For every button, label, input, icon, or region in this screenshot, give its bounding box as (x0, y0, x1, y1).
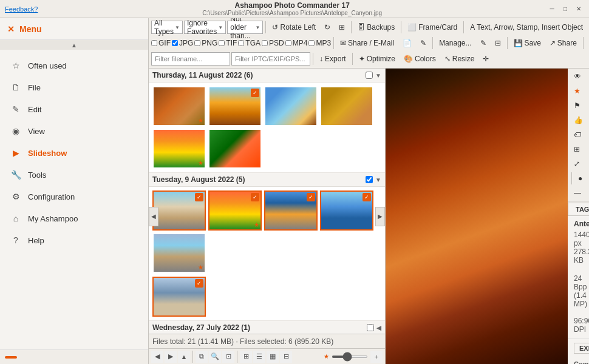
jpg-checkbox[interactable] (172, 40, 178, 46)
tab-tags[interactable]: TAGS (568, 203, 589, 215)
date-collapse-2[interactable]: ▼ (375, 177, 381, 183)
refresh-button[interactable]: ↻ (321, 21, 334, 34)
zoom-slider[interactable] (332, 356, 368, 358)
minimize-button[interactable]: ─ (546, 4, 557, 15)
thumb-star-p1[interactable]: ★ (198, 117, 203, 124)
png-checkbox[interactable] (194, 40, 200, 46)
nav-zoom-fit-button[interactable]: ⊡ (222, 351, 234, 363)
gif-checkbox[interactable] (151, 40, 157, 46)
feedback-link[interactable]: Feedback? (5, 5, 38, 13)
frame-card-button[interactable]: ⬜ Frame/Card (404, 21, 461, 34)
thumbnail-p3[interactable] (264, 86, 318, 126)
rotate-left-button[interactable]: ↺ Rotate Left (268, 21, 319, 34)
thumb-star-p11[interactable]: ★ (198, 264, 203, 271)
tga-checkbox[interactable] (238, 40, 244, 46)
sidebar-item-view[interactable]: ◉ View (0, 120, 148, 142)
psd-checkbox[interactable] (262, 40, 268, 46)
exif-tab[interactable]: EXIF (574, 343, 589, 354)
rt-grid-button[interactable]: ⊞ (570, 143, 584, 156)
rt-dot-button[interactable]: ● (574, 172, 586, 185)
manage-edit-button[interactable]: ✎ (477, 36, 490, 50)
browser-arrow-right[interactable]: ▶ (375, 207, 385, 226)
manage-extra-button[interactable]: ⊟ (491, 36, 505, 50)
nav-up-button[interactable]: ▲ (178, 351, 190, 363)
thumbnail-p10[interactable]: ✓ (320, 190, 373, 231)
nav-view2-button[interactable]: ☰ (253, 351, 265, 363)
export-button[interactable]: ↓ Export (316, 52, 350, 66)
sidebar-item-edit[interactable]: ✎ Edit (0, 98, 148, 120)
age-dropdown[interactable]: Not older than... ▼ (227, 21, 263, 34)
sidebar-item-tools[interactable]: 🔧 Tools (0, 164, 148, 186)
date-header-3[interactable]: Wednesday, 27 July 2022 (1) ◀ (149, 321, 385, 334)
tif-checkbox[interactable] (219, 40, 225, 46)
date-checkbox-3[interactable] (367, 324, 374, 331)
thumbnail-p11[interactable]: ★ (152, 233, 206, 273)
nav-view3-button[interactable]: ▦ (267, 351, 279, 363)
sidebar-item-help[interactable]: ? Help (0, 229, 148, 251)
mp4-checkbox[interactable] (285, 40, 291, 46)
thumbnail-p6[interactable] (208, 129, 262, 169)
thumbnail-p11b[interactable]: ✓ (152, 277, 206, 317)
rt-view-button[interactable]: 👁 (570, 70, 585, 83)
view-improve-button[interactable]: 🔍 View, Improve, Repair Photo (586, 36, 589, 50)
sidebar-item-my-ashampoo[interactable]: ⌂ My Ashampoo (0, 207, 148, 229)
sidebar-item-configuration[interactable]: ⚙ Configuration (0, 186, 148, 207)
nav-view1-button[interactable]: ⊞ (240, 351, 252, 363)
rt-star-button[interactable]: ★ (570, 84, 584, 98)
preview-image-area[interactable] (386, 69, 568, 364)
maximize-button[interactable]: □ (560, 4, 571, 15)
rt-tag-button[interactable]: 🏷 (570, 128, 585, 141)
favorites-dropdown[interactable]: Ignore Favorites ▼ (184, 21, 226, 34)
thumbnail-p4[interactable] (320, 86, 373, 126)
thumbnail-p8[interactable]: ✓ ★ (208, 190, 262, 231)
rt-thumb-button[interactable]: 👍 (570, 113, 587, 127)
rt-expand-button[interactable]: ⤢ (570, 157, 584, 170)
mp3-checkbox[interactable] (308, 40, 315, 46)
rt-minus-button[interactable]: — (570, 186, 585, 200)
thumbnail-p5[interactable]: ★ (152, 129, 206, 169)
share-button[interactable]: ↗ Share (546, 36, 580, 50)
sidebar-scroll-up[interactable]: ▲ (0, 40, 148, 50)
text-arrow-button[interactable]: A Text, Arrow, Stamp, Insert Object (466, 21, 587, 34)
thumbnail-p1[interactable]: ★ (152, 86, 206, 126)
close-button[interactable]: ✕ (573, 4, 584, 15)
date-collapse-1[interactable]: ▼ (375, 72, 381, 79)
nav-prev-button[interactable]: ◀ (151, 351, 163, 363)
rt-flag-button[interactable]: ⚑ (570, 99, 584, 112)
thumb-star-p8[interactable]: ★ (254, 221, 259, 228)
save-button[interactable]: 💾 Save (510, 36, 545, 50)
optimize-button[interactable]: ✦ Optimize (355, 52, 399, 66)
grid-button[interactable]: ⊞ (335, 21, 349, 34)
browser-arrow-left[interactable]: ◀ (149, 207, 158, 226)
backups-button[interactable]: 🗄 Backups (354, 21, 398, 34)
nav-view4-button[interactable]: ⊟ (280, 351, 292, 363)
share-email-button[interactable]: ✉ Share / E-Mail (336, 36, 398, 50)
sidebar-item-slideshow[interactable]: ▶ Slideshow (0, 142, 148, 164)
nav-copy-button[interactable]: ⧉ (196, 351, 208, 363)
date-header-2[interactable]: Tuesday, 9 August 2022 (5) ▼ (149, 173, 385, 187)
edit2-button[interactable]: ✎ (417, 36, 430, 50)
thumbnail-p7[interactable]: ✓ (152, 190, 206, 231)
zoom-in-button[interactable]: + (370, 351, 383, 363)
date-checkbox-2[interactable] (366, 176, 373, 183)
colors-button[interactable]: 🎨 Colors (400, 52, 440, 66)
resize-button[interactable]: ⤡ Resize (441, 52, 478, 66)
date-collapse-3[interactable]: ◀ (376, 325, 381, 331)
sidebar-item-file[interactable]: 🗋 File (0, 76, 148, 98)
sidebar-item-often-used[interactable]: ☆ Often used (0, 55, 148, 76)
thumbnail-p2[interactable]: ✓ (208, 86, 262, 126)
date-checkbox-1[interactable] (366, 72, 373, 79)
doc-button[interactable]: 📄 (399, 36, 415, 50)
nav-next-button[interactable]: ▶ (165, 351, 177, 363)
nav-search-button[interactable]: 🔍 (209, 351, 221, 363)
thumb-img-p4 (321, 87, 372, 125)
manage-button[interactable]: Manage... (435, 36, 475, 50)
thumbnail-p9[interactable]: ✓ (264, 190, 318, 231)
filter-filename-input[interactable] (151, 52, 230, 66)
date-header-1[interactable]: Thursday, 11 August 2022 (6) ▼ (149, 69, 385, 83)
arrange-button[interactable]: ✛ (479, 52, 492, 66)
filter-iptc-input[interactable] (231, 52, 310, 66)
thumb-star-p5[interactable]: ★ (198, 160, 203, 166)
browser-scroll[interactable]: Thursday, 11 August 2022 (6) ▼ ★ (149, 69, 385, 334)
type-dropdown[interactable]: All Types ▼ (151, 21, 183, 34)
